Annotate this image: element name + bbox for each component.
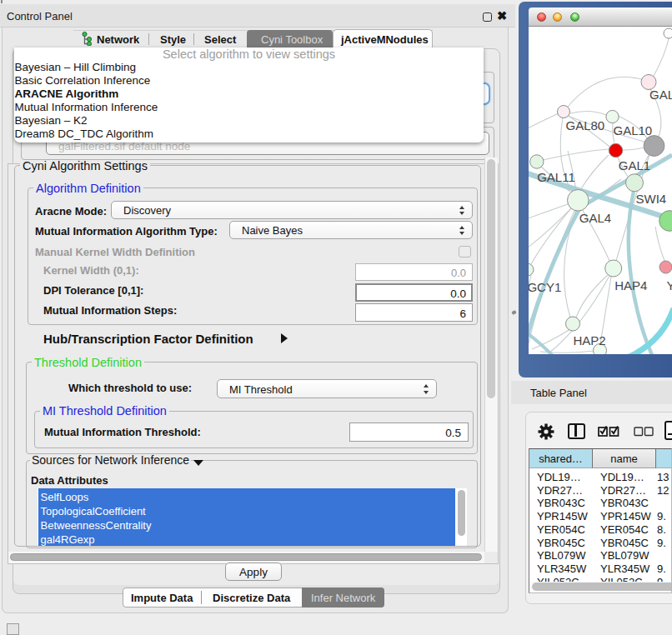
svg-text:YJ: YJ bbox=[667, 278, 672, 292]
svg-text:HAP2: HAP2 bbox=[573, 332, 605, 347]
svg-text:GAL4: GAL4 bbox=[579, 210, 611, 224]
svg-text:GAL7: GAL7 bbox=[649, 88, 672, 102]
svg-text:SWI4: SWI4 bbox=[636, 192, 667, 206]
svg-text:GAL10: GAL10 bbox=[614, 123, 653, 138]
svg-text:HAP4: HAP4 bbox=[614, 278, 647, 292]
svg-text:GAL1: GAL1 bbox=[619, 158, 650, 172]
svg-text:GCY1: GCY1 bbox=[529, 280, 561, 294]
svg-text:GAL11: GAL11 bbox=[537, 169, 575, 183]
svg-text:GAL80: GAL80 bbox=[566, 118, 605, 132]
